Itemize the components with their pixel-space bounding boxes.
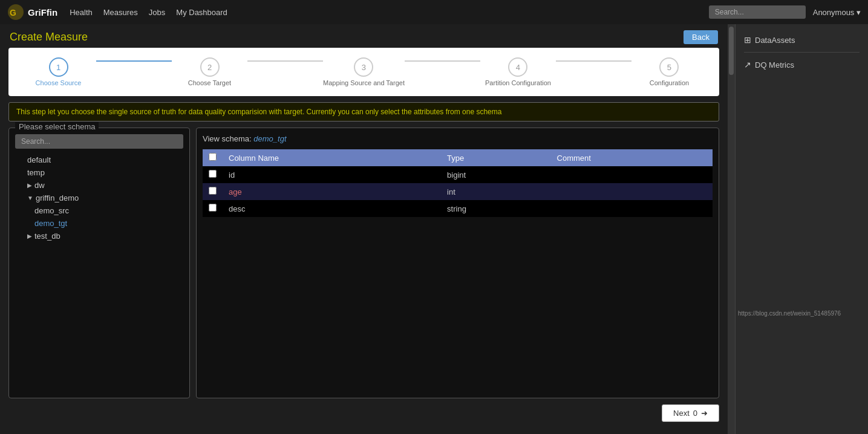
col-type-id: bigint [441, 166, 550, 183]
panels: Please select schema default temp ▶ dw [8, 128, 719, 398]
tree-item-test-db[interactable]: ▶ test_db [15, 230, 183, 242]
step-line-4 [556, 60, 631, 62]
nav-dashboard[interactable]: My Dashboard [176, 8, 227, 17]
user-menu[interactable]: Anonymous ▾ [813, 8, 861, 17]
steps-wizard: 1 Choose Source 2 Choose Target [8, 48, 719, 96]
sidebar-item-label: DQ Metrics [755, 60, 794, 70]
step-5[interactable]: 5 Configuration [631, 57, 707, 86]
tree-item-label: dw [34, 181, 45, 190]
table-row: desc string [203, 200, 713, 217]
sidebar-item-dataassets[interactable]: ⊞ DataAssets [744, 30, 860, 50]
table-row: age int [203, 183, 713, 200]
nav-health[interactable]: Health [70, 8, 93, 17]
col-comment-id [551, 166, 713, 183]
step-label-4: Partition Configuration [485, 79, 551, 86]
schema-tree: default temp ▶ dw ▼ griffin_demo [15, 154, 183, 242]
row-checkbox-cell [203, 200, 223, 217]
attributes-table: Column Name Type Comment id [203, 149, 713, 217]
tree-item-demo-src[interactable]: demo_src [15, 204, 183, 217]
content-area: Create Measure Back 1 Choose Source [0, 24, 728, 434]
header-column-name: Column Name [223, 149, 441, 166]
nav-jobs[interactable]: Jobs [149, 8, 165, 17]
step-label-2: Choose Target [188, 79, 231, 86]
next-count: 0 [693, 409, 697, 418]
select-all-checkbox[interactable] [209, 153, 217, 161]
tree-item-label: test_db [34, 232, 60, 241]
info-banner: This step let you choose the single sour… [8, 102, 719, 121]
header-checkbox-col [203, 149, 223, 166]
nav-logo: G GriFfin [7, 4, 57, 21]
step-2[interactable]: 2 Choose Target [172, 57, 247, 86]
schema-search-input[interactable] [15, 134, 183, 149]
next-arrow-icon: ➜ [701, 409, 708, 418]
tree-item-dw[interactable]: ▶ dw [15, 179, 183, 192]
step-circle-2: 2 [200, 57, 220, 77]
view-schema-label: View schema: demo_tgt [203, 134, 713, 143]
sidebar-item-dqmetrics[interactable]: ↗ DQ Metrics [744, 55, 860, 74]
col-name-desc: desc [223, 200, 441, 217]
attributes-panel: View schema: demo_tgt Column Name Type C… [196, 128, 719, 398]
user-dropdown-icon: ▾ [857, 8, 861, 17]
svg-text:G: G [10, 8, 16, 18]
tree-arrow-griffin: ▼ [27, 195, 33, 201]
row-checkbox-desc[interactable] [209, 204, 217, 212]
right-sidebar: ⊞ DataAssets ↗ DQ Metrics https://blog.c… [735, 24, 868, 434]
tree-item-label: griffin_demo [36, 193, 79, 202]
nav-links: Health Measures Jobs My Dashboard [70, 8, 227, 17]
tree-item-griffin-demo[interactable]: ▼ griffin_demo [15, 192, 183, 204]
tree-item-label: default [27, 155, 51, 164]
step-label-3: Mapping Source and Target [323, 79, 405, 86]
table-body: id bigint age int [203, 166, 713, 217]
row-checkbox-cell [203, 183, 223, 200]
tree-item-label: demo_src [34, 206, 69, 215]
footer-url: https://blog.csdn.net/weixin_51485976 [738, 310, 853, 317]
search-input[interactable] [709, 5, 806, 19]
nav-logo-text: GriFfin [28, 7, 57, 18]
header-type: Type [441, 149, 550, 166]
nav-right: Anonymous ▾ [709, 5, 861, 19]
row-checkbox-cell [203, 166, 223, 183]
grid-icon: ⊞ [744, 35, 751, 45]
step-circle-4: 4 [508, 57, 527, 77]
step-circle-1: 1 [49, 57, 68, 77]
back-button[interactable]: Back [684, 30, 718, 44]
tree-item-label: demo_tgt [34, 219, 67, 228]
schema-name: demo_tgt [253, 134, 286, 143]
table-header-row: Column Name Type Comment [203, 149, 713, 166]
tree-arrow-dw: ▶ [27, 182, 32, 189]
scrollbar-track[interactable] [728, 24, 735, 434]
row-checkbox-age[interactable] [209, 187, 217, 195]
tree-item-default[interactable]: default [15, 154, 183, 166]
header-comment: Comment [551, 149, 713, 166]
row-checkbox-id[interactable] [209, 170, 217, 178]
step-circle-3: 3 [354, 57, 373, 77]
tree-item-label: temp [27, 168, 45, 177]
step-4[interactable]: 4 Partition Configuration [480, 57, 556, 86]
top-nav: G GriFfin Health Measures Jobs My Dashbo… [0, 0, 868, 24]
nav-measures[interactable]: Measures [103, 8, 138, 17]
bottom-bar: Next 0 ➜ [0, 398, 728, 428]
steps-row: 1 Choose Source 2 Choose Target [21, 57, 707, 86]
tree-item-demo-tgt[interactable]: demo_tgt [15, 217, 183, 230]
next-button[interactable]: Next 0 ➜ [662, 404, 719, 422]
col-name-id: id [223, 166, 441, 183]
griffin-logo-icon: G [7, 4, 24, 21]
tree-item-temp[interactable]: temp [15, 166, 183, 179]
main-layout: Create Measure Back 1 Choose Source [0, 24, 868, 434]
col-type-age: int [441, 183, 550, 200]
step-line-1 [96, 60, 172, 62]
next-label: Next [673, 409, 690, 418]
content-wrapper: Create Measure Back 1 Choose Source [0, 24, 728, 434]
table-row: id bigint [203, 166, 713, 183]
user-label: Anonymous [813, 8, 855, 17]
scrollbar-thumb[interactable] [729, 27, 734, 75]
sidebar-item-label: DataAssets [755, 36, 795, 45]
step-1[interactable]: 1 Choose Source [21, 57, 96, 86]
step-label-1: Choose Source [36, 79, 82, 86]
col-comment-age [551, 183, 713, 200]
step-line-2 [247, 60, 323, 62]
step-3[interactable]: 3 Mapping Source and Target [323, 57, 405, 86]
schema-legend: Please select schema [15, 122, 99, 131]
schema-panel: Please select schema default temp ▶ dw [8, 128, 190, 398]
step-circle-5: 5 [659, 57, 679, 77]
